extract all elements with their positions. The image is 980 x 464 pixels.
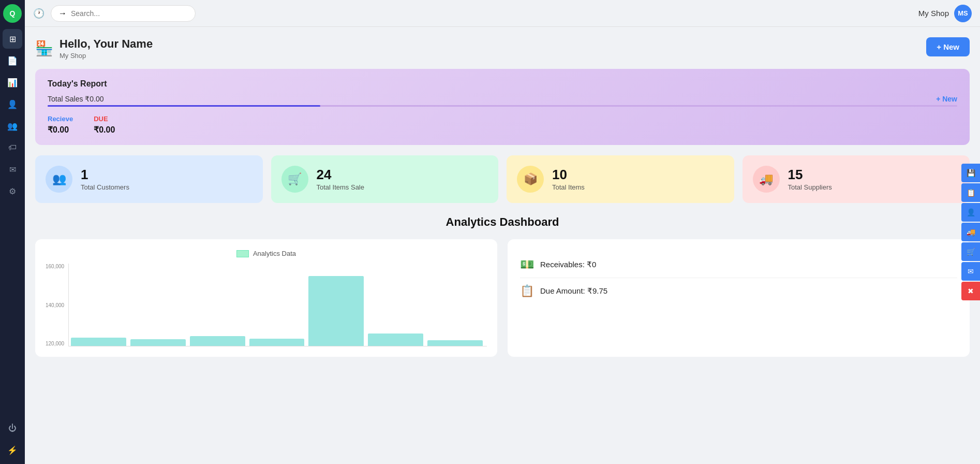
- sidebar-item-tags[interactable]: 🏷: [3, 138, 22, 157]
- y-label-1: 160,000: [46, 264, 64, 269]
- search-input[interactable]: [71, 9, 188, 18]
- due-label: DUE: [94, 115, 115, 123]
- bar-7: [427, 340, 483, 346]
- right-delivery-button[interactable]: 🚚: [961, 223, 980, 241]
- right-close-button[interactable]: ✖: [961, 282, 980, 300]
- content-area: 🏪 Hello, Your Name My Shop + New Today's…: [25, 27, 980, 464]
- search-bar[interactable]: →: [51, 5, 196, 22]
- right-email-button[interactable]: ✉: [961, 262, 980, 281]
- receive-metric: Recieve ₹0.00: [48, 115, 73, 135]
- sales-number: 24: [317, 168, 365, 181]
- y-label-3: 120,000: [46, 341, 64, 346]
- sidebar-item-dashboard[interactable]: ⊞: [3, 29, 22, 49]
- legend-color: [236, 250, 249, 257]
- customers-icon: 👥: [46, 166, 72, 193]
- suppliers-icon: 🚚: [753, 166, 780, 193]
- due-value: ₹0.00: [94, 125, 115, 135]
- analytics-title: Analytics Dashboard: [35, 215, 970, 229]
- stat-card-sales[interactable]: 🛒 24 Total Items Sale: [271, 155, 499, 203]
- report-new-link[interactable]: + New: [936, 95, 957, 103]
- stat-card-customers[interactable]: 👥 1 Total Customers: [35, 155, 263, 203]
- report-title: Today's Report: [48, 79, 957, 89]
- sidebar-item-parties[interactable]: 👥: [3, 116, 22, 136]
- y-label-2: 140,000: [46, 302, 64, 308]
- clock-icon[interactable]: 🕐: [33, 8, 44, 19]
- report-progress-fill: [48, 105, 320, 107]
- suppliers-label: Total Suppliers: [788, 183, 832, 191]
- page-subtitle: My Shop: [60, 52, 153, 60]
- due-amount-icon: 📋: [520, 284, 534, 298]
- sidebar-item-settings[interactable]: ⚙: [3, 181, 22, 201]
- stats-grid: 👥 1 Total Customers 🛒 24 Total Items Sal…: [35, 155, 970, 203]
- legend-label: Analytics Data: [253, 250, 296, 257]
- page-header-left: 🏪 Hello, Your Name My Shop: [35, 37, 153, 60]
- items-icon: 📦: [517, 166, 544, 193]
- right-list-button[interactable]: 📋: [961, 183, 980, 202]
- sales-label: Total Items Sale: [317, 183, 365, 191]
- items-number: 10: [552, 168, 585, 181]
- new-button[interactable]: + New: [926, 37, 970, 56]
- items-label: Total Items: [552, 183, 585, 191]
- items-info: 10 Total Items: [552, 168, 585, 191]
- search-icon: →: [58, 9, 67, 18]
- sidebar-item-users[interactable]: 👤: [3, 94, 22, 114]
- bar-3: [190, 336, 245, 346]
- sidebar-item-power[interactable]: ⏻: [3, 418, 22, 438]
- customers-label: Total Customers: [81, 183, 129, 191]
- report-sales-row: Total Sales ₹0.00 + New: [48, 95, 957, 103]
- sidebar-item-flash[interactable]: ⚡: [3, 440, 22, 460]
- page-header: 🏪 Hello, Your Name My Shop + New: [35, 37, 970, 60]
- customers-info: 1 Total Customers: [81, 168, 129, 191]
- receive-label: Recieve: [48, 115, 73, 123]
- total-sales-label: Total Sales ₹0.00: [48, 95, 104, 103]
- bar-5: [308, 276, 364, 346]
- sidebar-item-analytics[interactable]: 📊: [3, 72, 22, 92]
- bar-6: [368, 334, 423, 346]
- sidebar: Q ⊞ 📄 📊 👤 👥 🏷 ✉ ⚙ ⏻ ⚡: [0, 0, 25, 464]
- customers-number: 1: [81, 168, 129, 181]
- bar-1: [71, 338, 126, 346]
- due-amount-metric: 📋 Due Amount: ₹9.75: [520, 278, 957, 304]
- chart-legend: Analytics Data: [46, 250, 487, 257]
- shop-name: My Shop: [918, 9, 949, 18]
- report-card: Today's Report Total Sales ₹0.00 + New R…: [35, 69, 970, 145]
- bar-4: [249, 339, 305, 346]
- shop-icon: 🏪: [35, 40, 53, 57]
- page-title: Hello, Your Name: [60, 37, 153, 51]
- topbar: 🕐 → My Shop MS: [25, 0, 980, 27]
- analytics-chart-card: Analytics Data 160,000 140,000 120,000: [35, 239, 497, 357]
- report-progress-bar: [48, 105, 957, 107]
- receive-value: ₹0.00: [48, 125, 73, 135]
- sidebar-item-invoices[interactable]: 📄: [3, 51, 22, 70]
- right-panel: 💾 📋 👤 🚚 🛒 ✉ ✖: [961, 164, 980, 300]
- sidebar-logo[interactable]: Q: [3, 4, 22, 23]
- bar-2: [130, 339, 186, 346]
- sales-icon: 🛒: [281, 166, 308, 193]
- due-amount-text: Due Amount: ₹9.75: [540, 286, 607, 296]
- suppliers-info: 15 Total Suppliers: [788, 168, 832, 191]
- right-save-button[interactable]: 💾: [961, 164, 980, 182]
- right-cart-button[interactable]: 🛒: [961, 242, 980, 261]
- stat-card-suppliers[interactable]: 🚚 15 Total Suppliers: [743, 155, 970, 203]
- analytics-section: Analytics Dashboard Analytics Data 160,0…: [35, 215, 970, 357]
- stat-card-items[interactable]: 📦 10 Total Items: [507, 155, 734, 203]
- sidebar-item-messages[interactable]: ✉: [3, 160, 22, 179]
- sales-info: 24 Total Items Sale: [317, 168, 365, 191]
- receivables-metric: 💵 Receivables: ₹0: [520, 252, 957, 278]
- topbar-right: My Shop MS: [918, 5, 972, 22]
- main-container: 🕐 → My Shop MS 🏪 Hello, Your Name My Sho…: [25, 0, 980, 464]
- right-user-button[interactable]: 👤: [961, 203, 980, 222]
- suppliers-number: 15: [788, 168, 832, 181]
- receivables-icon: 💵: [520, 258, 534, 271]
- avatar[interactable]: MS: [954, 5, 972, 22]
- receivables-text: Receivables: ₹0: [540, 260, 596, 269]
- due-metric: DUE ₹0.00: [94, 115, 115, 135]
- analytics-metrics-card: 💵 Receivables: ₹0 📋 Due Amount: ₹9.75: [508, 239, 970, 357]
- report-metrics: Recieve ₹0.00 DUE ₹0.00: [48, 115, 957, 135]
- analytics-grid: Analytics Data 160,000 140,000 120,000: [35, 239, 970, 357]
